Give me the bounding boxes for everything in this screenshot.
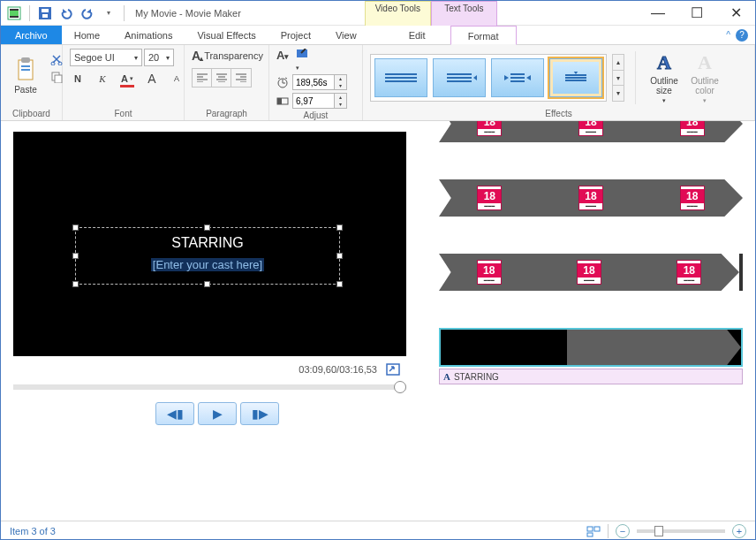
tab-format[interactable]: Format bbox=[450, 26, 517, 45]
background-color-icon[interactable]: ▾ bbox=[296, 49, 312, 72]
seek-handle[interactable] bbox=[394, 381, 406, 393]
help-icon[interactable]: ? bbox=[736, 29, 748, 42]
effect-thumb-3[interactable] bbox=[491, 58, 544, 97]
save-icon[interactable] bbox=[35, 4, 55, 23]
prev-frame-button[interactable]: ◀▮ bbox=[155, 402, 194, 425]
zoom-out-button[interactable]: − bbox=[616, 524, 630, 538]
video-preview[interactable]: STARRING [Enter your cast here] bbox=[13, 132, 406, 356]
clip-strip[interactable]: 18▬▬▬ 18▬▬▬ 18▬▬▬ bbox=[439, 121, 743, 142]
svg-rect-21 bbox=[594, 527, 600, 531]
effects-gallery bbox=[370, 54, 607, 102]
font-size-combo[interactable]: 20▾ bbox=[144, 49, 174, 66]
play-button[interactable]: ▶ bbox=[198, 402, 237, 425]
transparency-icon: A▴ bbox=[192, 49, 200, 63]
tab-file[interactable]: Archivo bbox=[1, 26, 62, 44]
clip-strip[interactable]: 18▬▬▬ 18▬▬▬ 18▬▬▬ bbox=[439, 254, 743, 291]
font-group-label: Font bbox=[70, 107, 177, 118]
shrink-font-button[interactable]: A bbox=[169, 72, 185, 86]
tab-view[interactable]: View bbox=[323, 26, 369, 44]
next-frame-button[interactable]: ▮▶ bbox=[240, 402, 279, 425]
align-right-button[interactable] bbox=[231, 69, 251, 87]
text-tools-context: Text Tools bbox=[431, 1, 497, 26]
caption-text-icon: A bbox=[443, 371, 450, 382]
svg-rect-14 bbox=[55, 75, 62, 83]
undo-icon[interactable] bbox=[57, 4, 76, 23]
tab-animations[interactable]: Animations bbox=[112, 26, 185, 44]
tab-visual-effects[interactable]: Visual Effects bbox=[185, 26, 268, 44]
tab-home[interactable]: Home bbox=[62, 26, 112, 44]
effects-scroll: ▴ ▾ ▾ bbox=[612, 54, 624, 102]
svg-rect-15 bbox=[297, 49, 307, 57]
font-family-combo[interactable]: Segoe UI▾ bbox=[70, 49, 142, 66]
clipboard-group-label: Clipboard bbox=[8, 107, 55, 118]
maximize-button[interactable]: ☐ bbox=[677, 1, 716, 26]
window-title: My Movie - Movie Maker bbox=[135, 8, 241, 19]
caption-label: STARRING bbox=[454, 372, 499, 382]
svg-rect-20 bbox=[587, 527, 593, 531]
edit-text-icon[interactable]: A▾ bbox=[276, 49, 289, 72]
seek-bar[interactable] bbox=[13, 384, 406, 390]
effects-more-icon[interactable]: ▾ bbox=[613, 86, 624, 101]
status-item-count: Item 3 of 3 bbox=[10, 526, 56, 536]
duration-input[interactable] bbox=[292, 74, 335, 90]
effect-thumb-4[interactable] bbox=[549, 58, 602, 97]
alignment-group bbox=[192, 68, 252, 87]
selected-clip[interactable] bbox=[439, 328, 743, 367]
paste-button[interactable]: Paste bbox=[8, 49, 43, 102]
ribbon-toggle-icon[interactable]: ^ bbox=[726, 30, 730, 40]
svg-rect-18 bbox=[277, 98, 282, 104]
separator bbox=[124, 5, 125, 21]
svg-rect-2 bbox=[10, 9, 19, 11]
svg-rect-3 bbox=[10, 16, 19, 18]
timeline-pane[interactable]: 18▬▬▬ 18▬▬▬ 18▬▬▬ 18▬▬▬ 18▬▬▬ 18▬▬▬ 18▬▬… bbox=[434, 121, 755, 521]
placeholder-text[interactable]: [Enter your cast here] bbox=[151, 258, 264, 271]
text-edit-box[interactable]: STARRING [Enter your cast here] bbox=[75, 227, 340, 285]
align-center-button[interactable] bbox=[212, 69, 231, 87]
tab-edit[interactable]: Edit bbox=[384, 26, 450, 44]
bold-button[interactable]: N bbox=[70, 72, 86, 86]
align-left-button[interactable] bbox=[193, 69, 212, 87]
svg-rect-10 bbox=[21, 69, 30, 71]
svg-rect-8 bbox=[21, 57, 30, 63]
svg-rect-22 bbox=[587, 533, 593, 536]
effect-thumb-2[interactable] bbox=[433, 58, 486, 97]
fullscreen-icon[interactable] bbox=[386, 363, 400, 376]
redo-icon[interactable] bbox=[78, 4, 97, 23]
duration-spinner[interactable]: ▴▾ bbox=[335, 74, 347, 90]
adjust-group-label: Adjust bbox=[276, 109, 355, 120]
video-tools-context: Video Tools bbox=[365, 1, 431, 26]
svg-rect-19 bbox=[387, 364, 399, 375]
close-button[interactable]: ✕ bbox=[716, 1, 755, 26]
italic-button[interactable]: K bbox=[94, 72, 110, 86]
tab-project[interactable]: Project bbox=[268, 26, 323, 44]
outline-color-button[interactable]: A Outline color▾ bbox=[687, 51, 722, 104]
minimize-button[interactable]: — bbox=[639, 1, 677, 26]
zoom-in-button[interactable]: + bbox=[732, 524, 746, 538]
paragraph-group-label: Paragraph bbox=[192, 107, 261, 118]
thumbnail-view-icon[interactable] bbox=[586, 525, 601, 537]
qat-dropdown-icon[interactable]: ▾ bbox=[99, 4, 118, 23]
transparency-button[interactable]: Transparency bbox=[204, 50, 263, 61]
start-time-spinner[interactable]: ▴▾ bbox=[335, 93, 347, 109]
svg-rect-6 bbox=[42, 14, 48, 18]
start-time-input[interactable] bbox=[292, 93, 335, 109]
outline-size-button[interactable]: A Outline size▾ bbox=[646, 51, 682, 104]
caption-track[interactable]: A STARRING bbox=[439, 369, 743, 384]
svg-rect-9 bbox=[21, 65, 30, 67]
effects-up-icon[interactable]: ▴ bbox=[613, 55, 624, 71]
font-color-button[interactable]: A▾ bbox=[119, 72, 135, 86]
effects-group-label: Effects bbox=[370, 107, 747, 118]
svg-rect-5 bbox=[42, 9, 49, 12]
paste-label: Paste bbox=[14, 85, 37, 95]
grow-font-button[interactable]: A bbox=[144, 72, 160, 86]
clip-strip[interactable]: 18▬▬▬ 18▬▬▬ 18▬▬▬ bbox=[439, 179, 743, 217]
zoom-slider[interactable] bbox=[637, 529, 725, 533]
start-time-icon bbox=[276, 95, 289, 106]
zoom-thumb[interactable] bbox=[654, 526, 663, 536]
app-icon[interactable] bbox=[4, 4, 24, 23]
separator bbox=[29, 5, 30, 21]
effects-down-icon[interactable]: ▾ bbox=[613, 71, 624, 87]
duration-icon bbox=[276, 76, 289, 88]
time-display: 03:09,60/03:16,53 bbox=[299, 364, 377, 375]
effect-thumb-1[interactable] bbox=[374, 58, 427, 97]
